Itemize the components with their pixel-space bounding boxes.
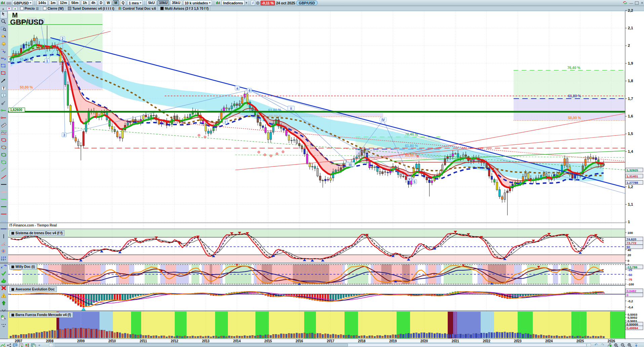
- horizontal-scrollbar-thumb[interactable]: [54, 344, 348, 346]
- news-icon[interactable]: [18, 343, 24, 347]
- label: 2008: [46, 339, 54, 343]
- scroll-down-icon[interactable]: [633, 343, 639, 347]
- label: 20: [628, 253, 631, 257]
- scroll-left-button[interactable]: ‹: [49, 343, 53, 347]
- zoom-out-icon[interactable]: [620, 343, 626, 347]
- label: 2020: [420, 339, 428, 343]
- panel-title: Willy Doc (t): [15, 265, 35, 269]
- panel-header-3[interactable]: Awesome Evolution Doc: [9, 286, 57, 292]
- label: 2: [628, 43, 630, 47]
- settings-wrench-icon[interactable]: [606, 343, 612, 347]
- label: 50,00 %: [20, 85, 33, 89]
- indicator-icon: [11, 314, 14, 316]
- label: 2: [62, 37, 64, 41]
- alert-dot: [276, 153, 278, 155]
- label: 2019: [389, 339, 397, 343]
- draw-icon[interactable]: [0, 343, 6, 347]
- label: 76,40 %: [567, 66, 580, 70]
- label: 2015: [265, 339, 272, 343]
- label: 0,0482: [627, 289, 636, 293]
- label: 1,32925: [627, 168, 638, 172]
- label: 50,00 %: [568, 116, 581, 120]
- label: -75: [628, 278, 632, 281]
- panel-header-1[interactable]: Sistema de trenes Doc v4 (f f): [9, 230, 65, 236]
- label: -13,786: [627, 265, 637, 269]
- label: 2018: [358, 339, 366, 343]
- label: 4: [248, 89, 250, 93]
- label: -50: [628, 273, 632, 277]
- label: 2016: [295, 339, 303, 343]
- label: 1: [628, 220, 630, 224]
- label: v: [408, 177, 410, 181]
- label: 0,49994: [627, 326, 638, 330]
- label: 5: [413, 180, 415, 184]
- chat-icon[interactable]: •••: [12, 343, 18, 347]
- label: i: [225, 120, 226, 124]
- label: 1,2: [628, 185, 633, 189]
- time-axis[interactable]: 2007200820092010201120122013201420152016…: [0, 339, 644, 343]
- label: 1,4: [628, 149, 633, 153]
- zoom-in-icon[interactable]: [627, 343, 633, 347]
- indicator-icon: [11, 288, 14, 291]
- label: -100: [628, 282, 634, 286]
- label: 2012: [171, 339, 178, 343]
- label: 0: [628, 259, 629, 263]
- indicator-icon: [11, 232, 14, 235]
- label: 1,62600: [10, 108, 23, 112]
- label: 1,5: [628, 132, 633, 136]
- label: 1: [46, 59, 48, 63]
- label: 1,27788: [627, 181, 638, 184]
- label: 50: [627, 245, 630, 249]
- compare-icon[interactable]: [24, 343, 30, 347]
- label: 2024: [545, 339, 553, 343]
- label: 1,6: [628, 114, 633, 118]
- label: 2009: [77, 339, 85, 343]
- chart-canvas[interactable]: 76,40 %61,80 %50,00 %61,80 %50,00 %76,40…: [0, 0, 644, 347]
- redo-icon[interactable]: ↷: [600, 343, 606, 347]
- label: 2013: [202, 339, 210, 343]
- label: 2014: [233, 339, 241, 343]
- panel-header-4[interactable]: Barra Fuerza Fondo Mercado v4 (f): [9, 312, 73, 318]
- label: 74,620: [627, 237, 636, 241]
- label: 100: [628, 231, 633, 235]
- label: 3: [63, 133, 65, 137]
- share-icon[interactable]: [6, 343, 12, 347]
- panel-title: Awesome Evolution Doc: [15, 287, 55, 291]
- panel-title: Sistema de trenes Doc v4 (f f): [15, 231, 63, 235]
- indicator-icon: [11, 266, 14, 268]
- label: 2021: [452, 339, 459, 343]
- label: 73,772: [627, 241, 636, 245]
- zoom-fit-icon[interactable]: [613, 343, 619, 347]
- svg-text:•••: •••: [14, 344, 16, 346]
- label: 1,8: [628, 79, 633, 83]
- level-label: 1,62600: [9, 108, 25, 112]
- label: 0: [627, 293, 628, 297]
- bottom-right-toolbar: ↶↷: [593, 343, 644, 347]
- label: ii: [290, 107, 292, 110]
- label: iii: [349, 163, 352, 167]
- label: 1,1: [628, 202, 633, 206]
- feed-watermark: IT-Finance.com - Tiempo Real: [9, 223, 57, 227]
- alert-dot: [204, 136, 206, 138]
- collapse-left-icon[interactable]: «: [36, 343, 42, 347]
- label: 2022: [483, 339, 490, 343]
- scroll-right-button[interactable]: ›: [587, 343, 591, 347]
- label: 1,31401: [627, 174, 638, 178]
- label: -0,4: [628, 305, 633, 309]
- alert-dot: [258, 151, 260, 153]
- undo-icon[interactable]: ↶: [593, 343, 599, 347]
- alert-dot: [282, 151, 284, 153]
- trading-platform-window: ◎◎GBPUSD▾144s1m12m56m1h4hDWMQ1 mes▾5kU10…: [0, 0, 644, 347]
- panel-header-2[interactable]: Willy Doc (t): [9, 264, 37, 270]
- label: 0,50000: [627, 322, 638, 326]
- label: 2011: [140, 339, 147, 343]
- label: 2017: [327, 339, 334, 343]
- label: 2,1: [628, 26, 633, 30]
- label: IV: [381, 118, 385, 122]
- price-axis[interactable]: 2,22,121,91,81,71,61,51,41,21,111,329251…: [625, 8, 644, 343]
- label: 1,7: [628, 97, 633, 101]
- label: 2,2: [628, 8, 633, 12]
- chart-window-icon[interactable]: [30, 343, 36, 347]
- chart-symbol-title: GBP/USD: [10, 18, 44, 27]
- panel-title: Barra Fuerza Fondo Mercado v4 (f): [15, 313, 71, 317]
